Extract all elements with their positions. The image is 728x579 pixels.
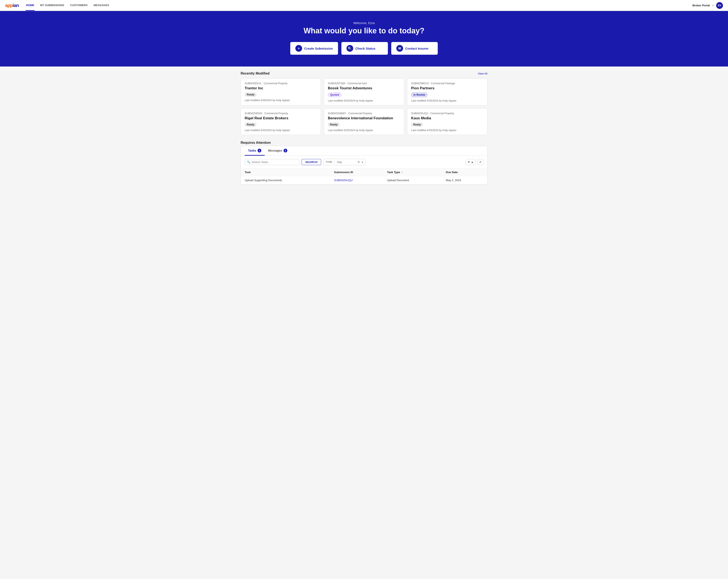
search-button[interactable]: SEARCH: [302, 159, 321, 165]
card-modified-2: Last modified 4/25/2024 by Andy Appian: [411, 99, 483, 102]
requires-attention-title: Requires Attention: [241, 141, 271, 144]
type-select[interactable]: Any: [336, 160, 360, 164]
card-1[interactable]: SUB0425F1MA · Commercial Auto Bossk Tour…: [324, 78, 404, 105]
type-label: TYPE: [326, 161, 332, 164]
tasks-toolbar: 🔍 SEARCH TYPE | Any ▾ ▼ ▲ ↺: [241, 156, 487, 168]
plus-icon: ＋: [295, 45, 302, 52]
nav-links: HOME MY SUBMISSIONS CUSTOMERS MESSAGES: [26, 0, 693, 11]
col-submission-id: Submission ID: [330, 168, 383, 176]
card-0[interactable]: SUB0425DLVL · Commercial Property Tranto…: [241, 78, 321, 105]
card-modified-5: Last modified 4/25/2024 by Andy Appian: [411, 129, 483, 132]
user-avatar[interactable]: EV: [716, 2, 723, 9]
card-sub-4: SUB0425ABWY · Commercial Property: [328, 112, 400, 115]
card-name-0: Trantor Inc: [245, 86, 317, 90]
recently-modified-header: Recently Modified View All: [241, 72, 487, 75]
tab-messages[interactable]: Messages 1: [265, 146, 291, 156]
tab-tasks[interactable]: Tasks 1: [245, 146, 265, 156]
nav-link-messages[interactable]: MESSAGES: [93, 0, 110, 11]
tab-badge-0: 1: [258, 149, 261, 153]
create-submission-button[interactable]: ＋ Create Submission: [290, 42, 338, 55]
due-date-cell-0: May 2, 2024: [442, 176, 487, 185]
card-badge-1: Quoted: [328, 92, 341, 97]
check-status-label: Check Status: [355, 47, 375, 50]
recently-modified-grid: SUB0425DLVL · Commercial Property Tranto…: [241, 78, 487, 135]
envelope-icon: ✉: [396, 45, 403, 52]
card-badge-4: Ready: [328, 122, 340, 127]
type-filter-wrap: TYPE | Any ▾: [323, 159, 365, 165]
hero-actions: ＋ Create Submission 🔍 Check Status ✉ Con…: [5, 42, 723, 55]
nav-link-my-submissions[interactable]: MY SUBMISSIONS: [40, 0, 64, 11]
table-row: Upload Supporting Documents SUB0425AJQJ …: [241, 176, 487, 185]
nav-link-customers[interactable]: CUSTOMERS: [70, 0, 88, 11]
card-badge-3: Ready: [245, 122, 257, 127]
card-sub-2: SUB0425BOU2 · Commercial Package: [411, 82, 483, 85]
nav-right: Broker Portal ▾ EV: [693, 2, 723, 9]
card-modified-3: Last modified 4/25/2024 by Andy Appian: [245, 129, 317, 132]
card-3[interactable]: SUB042535GN · Commercial Property Rigel …: [241, 108, 321, 135]
recently-modified-title: Recently Modified: [241, 72, 269, 75]
card-5[interactable]: SUB0425AJQJ · Commercial Property Kaus M…: [407, 108, 487, 135]
main-content: Recently Modified View All SUB0425DLVL ·…: [237, 66, 491, 190]
hero-subtitle: Welcome, Ezra: [5, 21, 723, 25]
task-type-cell-0: Upload Document: [383, 176, 442, 185]
tab-label-1: Messages: [268, 149, 282, 152]
contact-insurer-button[interactable]: ✉ Contact Insurer: [391, 42, 438, 55]
card-name-1: Bossk Tourist Adventures: [328, 86, 400, 90]
app-logo[interactable]: appian: [5, 3, 19, 8]
search-wrap: 🔍: [245, 159, 300, 165]
type-dropdown-icon: ▾: [362, 161, 363, 164]
search-icon: 🔍: [346, 45, 353, 52]
card-modified-1: Last modified 4/25/2024 by Andy Appian: [328, 99, 400, 102]
create-submission-label: Create Submission: [304, 47, 333, 50]
col-task-type: Task Type ↑: [383, 168, 442, 176]
card-sub-5: SUB0425AJQJ · Commercial Property: [411, 112, 483, 115]
navigation: appian HOME MY SUBMISSIONS CUSTOMERS MES…: [0, 0, 728, 11]
nav-link-home[interactable]: HOME: [26, 0, 35, 11]
check-status-button[interactable]: 🔍 Check Status: [341, 42, 388, 55]
search-icon-small: 🔍: [247, 161, 250, 164]
search-tasks-input[interactable]: [252, 161, 297, 164]
type-divider: |: [334, 161, 335, 164]
card-badge-0: Ready: [245, 92, 257, 97]
submission-id-cell-0: SUB0425AJQJ: [330, 176, 383, 185]
card-sub-1: SUB0425F1MA · Commercial Auto: [328, 82, 400, 85]
card-sub-3: SUB042535GN · Commercial Property: [245, 112, 317, 115]
refresh-button[interactable]: ↺: [477, 159, 483, 165]
broker-portal-label[interactable]: Broker Portal: [693, 4, 710, 7]
card-name-4: Benevolence International Foundation: [328, 116, 400, 120]
requires-attention-section: Tasks 1 Messages 1 🔍 SEARCH TYPE | Any ▾: [241, 146, 487, 185]
hero-section: Welcome, Ezra What would you like to do …: [0, 11, 728, 66]
portal-dropdown-icon[interactable]: ▾: [712, 4, 713, 7]
task-cell-0: Upload Supporting Documents: [241, 176, 330, 185]
contact-insurer-label: Contact Insurer: [405, 47, 428, 50]
card-modified-0: Last modified 4/26/2024 by Andy Appian: [245, 99, 317, 102]
card-badge-5: Ready: [411, 122, 423, 127]
view-all-link[interactable]: View All: [478, 72, 487, 75]
card-name-2: Pion Partners: [411, 86, 483, 90]
tab-label-0: Tasks: [248, 149, 256, 152]
card-name-5: Kaus Media: [411, 116, 483, 120]
sort-icon[interactable]: ↑: [401, 171, 403, 174]
card-4[interactable]: SUB0425ABWY · Commercial Property Benevo…: [324, 108, 404, 135]
attention-tabs: Tasks 1 Messages 1: [241, 146, 487, 156]
col-task: Task: [241, 168, 330, 176]
hero-title: What would you like to do today?: [5, 26, 723, 35]
col-due-date: Due Date: [442, 168, 487, 176]
card-name-3: Rigel Real Estate Brokers: [245, 116, 317, 120]
card-sub-0: SUB0425DLVL · Commercial Property: [245, 82, 317, 85]
tab-badge-1: 1: [284, 149, 287, 153]
tasks-table: Task Submission ID Task Type ↑ Due Date …: [241, 168, 487, 185]
card-2[interactable]: SUB0425BOU2 · Commercial Package Pion Pa…: [407, 78, 487, 105]
toolbar-right: ▼ ▲ ↺: [466, 159, 483, 165]
card-modified-4: Last modified 4/25/2024 by Andy Appian: [328, 129, 400, 132]
submission-id-link-0[interactable]: SUB0425AJQJ: [334, 178, 353, 182]
filter-button[interactable]: ▼ ▲: [466, 159, 475, 165]
card-badge-2: In Review: [411, 92, 427, 97]
